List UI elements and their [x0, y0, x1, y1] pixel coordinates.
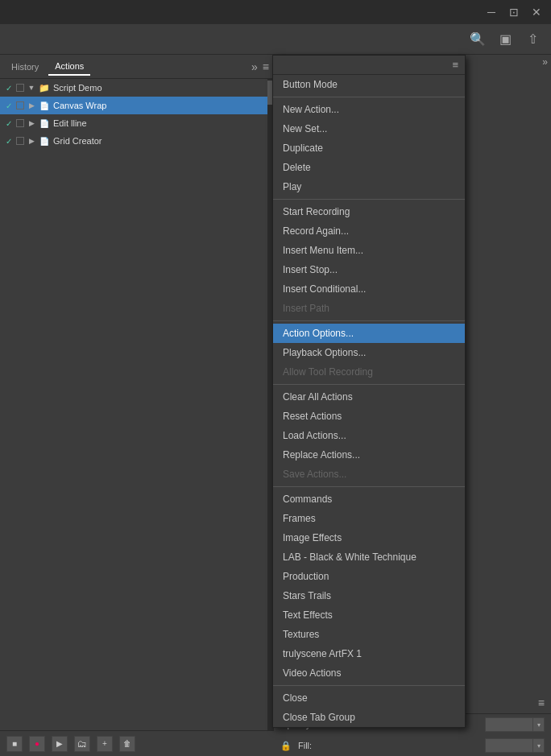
- bottom-panel-menu-icon[interactable]: ≡: [538, 696, 545, 709]
- label-edit-line: Edit lline: [52, 118, 87, 128]
- panel-menu-icon[interactable]: ≡: [263, 60, 269, 73]
- share-icon[interactable]: ⇧: [524, 31, 541, 48]
- search-icon[interactable]: 🔍: [469, 31, 487, 48]
- menu-item-production[interactable]: Production: [273, 567, 465, 586]
- menu-separator-1: [273, 97, 465, 97]
- panel-header: History Actions » ≡: [0, 55, 274, 79]
- menu-item-trulyscene-artfx-1[interactable]: trulyscene ArtFX 1: [273, 644, 465, 663]
- expand-script-demo[interactable]: ▼: [26, 82, 37, 93]
- menu-items-container: Button ModeNew Action...New Set...Duplic…: [273, 75, 465, 727]
- menu-item-commands[interactable]: Commands: [273, 490, 465, 509]
- dropdown-menu: ≡ Button ModeNew Action...New Set...Dupl…: [272, 55, 466, 728]
- opacity-input[interactable]: [485, 717, 533, 732]
- menu-header-icon[interactable]: ≡: [452, 59, 458, 71]
- record-button[interactable]: ●: [29, 736, 45, 752]
- menu-item-new-action-[interactable]: New Action...: [273, 100, 465, 119]
- lock-icon: 🔒: [280, 741, 292, 751]
- tab-history[interactable]: History: [5, 59, 45, 75]
- play-button[interactable]: ▶: [52, 736, 68, 752]
- add-action-button[interactable]: +: [97, 736, 113, 752]
- menu-item-play[interactable]: Play: [273, 177, 465, 196]
- menu-item-save-actions-: Save Actions...: [273, 465, 465, 484]
- menu-item-allow-tool-recording: Allow Tool Recording: [273, 362, 465, 382]
- menu-item-stars-trails[interactable]: Stars Trails: [273, 586, 465, 605]
- fill-control: ▾: [485, 738, 545, 753]
- check-canvas-wrap: ✓: [3, 100, 14, 111]
- fill-label: Fill:: [298, 741, 478, 750]
- expand-canvas-wrap[interactable]: ▶: [26, 100, 37, 111]
- menu-item-insert-conditional-[interactable]: Insert Conditional...: [273, 279, 465, 299]
- menu-item-lab-black-white-technique[interactable]: LAB - Black & White Technique: [273, 547, 465, 567]
- panel-expand-right: »: [542, 56, 548, 68]
- menu-item-playback-options-[interactable]: Playback Options...: [273, 343, 465, 362]
- check-edit-line: ✓: [3, 118, 14, 129]
- menu-item-start-recording[interactable]: Start Recording: [273, 202, 465, 221]
- menu-separator-14: [273, 320, 465, 321]
- panel-header-icons: » ≡: [251, 60, 269, 73]
- menu-item-delete[interactable]: Delete: [273, 158, 465, 177]
- menu-item-close[interactable]: Close: [273, 688, 465, 708]
- action-item-grid-creator[interactable]: ✓ ▶ 📄 Grid Creator: [0, 132, 274, 150]
- menu-separator-18: [273, 384, 465, 385]
- menu-item-new-set-[interactable]: New Set...: [273, 119, 465, 138]
- top-toolbar: 🔍 ▣ ⇧: [0, 24, 551, 55]
- menu-item-duplicate[interactable]: Duplicate: [273, 138, 465, 158]
- action-item-script-demo[interactable]: ✓ ▼ 📁 Script Demo: [0, 79, 274, 97]
- minimize-button[interactable]: ─: [480, 1, 503, 23]
- menu-separator-7: [273, 199, 465, 200]
- expand-grid-creator[interactable]: ▶: [26, 135, 37, 147]
- menu-item-video-actions[interactable]: Video Actions: [273, 663, 465, 683]
- menu-item-image-effects[interactable]: Image Effects: [273, 528, 465, 547]
- menu-item-textures[interactable]: Textures: [273, 625, 465, 644]
- actions-list: ✓ ▼ 📁 Script Demo ✓ ▶ 📄 Canvas Wrap ✓ ▶ …: [0, 79, 274, 730]
- menu-item-load-actions-[interactable]: Load Actions...: [273, 426, 465, 445]
- menu-item-record-again-[interactable]: Record Again...: [273, 221, 465, 241]
- actions-toolbar: ■ ● ▶ 🗂 + 🗑: [0, 730, 274, 756]
- title-bar: ─ ⊡ ✕: [0, 0, 551, 24]
- check-script-demo: ✓: [3, 82, 14, 93]
- menu-separator-24: [273, 486, 465, 487]
- menu-item-replace-actions-[interactable]: Replace Actions...: [273, 445, 465, 465]
- label-canvas-wrap: Canvas Wrap: [52, 101, 106, 110]
- folder-button[interactable]: 🗂: [74, 736, 90, 752]
- action-item-canvas-wrap[interactable]: ✓ ▶ 📄 Canvas Wrap: [0, 97, 274, 114]
- menu-item-clear-all-actions[interactable]: Clear All Actions: [273, 387, 465, 407]
- expand-edit-line[interactable]: ▶: [26, 118, 37, 129]
- menu-item-action-options-[interactable]: Action Options...: [273, 324, 465, 343]
- panel-collapse-icon[interactable]: »: [251, 60, 258, 73]
- fill-input[interactable]: [485, 738, 533, 753]
- file-icon-edit-line: 📄: [39, 118, 50, 129]
- menu-item-insert-path: Insert Path: [273, 299, 465, 318]
- menu-separator-35: [273, 685, 465, 686]
- panel-arrange-icon[interactable]: ▣: [496, 31, 514, 48]
- menu-header-row: ≡: [273, 56, 465, 75]
- label-grid-creator: Grid Creator: [52, 136, 102, 146]
- collapse-right-icon[interactable]: »: [542, 56, 548, 68]
- menu-item-insert-menu-item-[interactable]: Insert Menu Item...: [273, 241, 465, 260]
- color-box-canvas-wrap: [16, 101, 24, 109]
- menu-item-text-effects[interactable]: Text Effects: [273, 605, 465, 625]
- color-box-script-demo: [16, 84, 24, 92]
- delete-action-button[interactable]: 🗑: [119, 736, 135, 752]
- menu-item-reset-actions[interactable]: Reset Actions: [273, 407, 465, 426]
- folder-icon-script-demo: 📁: [39, 82, 50, 93]
- color-box-grid-creator: [16, 137, 24, 145]
- file-icon-grid-creator: 📄: [39, 135, 50, 147]
- left-panel: History Actions » ≡ ✓ ▼ 📁 Script Demo ✓ …: [0, 55, 274, 756]
- menu-item-frames[interactable]: Frames: [273, 509, 465, 528]
- fill-dropdown[interactable]: ▾: [533, 738, 545, 753]
- opacity-dropdown[interactable]: ▾: [533, 717, 545, 732]
- label-script-demo: Script Demo: [52, 83, 102, 93]
- check-grid-creator: ✓: [3, 135, 14, 147]
- menu-item-insert-stop-[interactable]: Insert Stop...: [273, 260, 465, 279]
- stop-button[interactable]: ■: [6, 736, 23, 752]
- maximize-button[interactable]: ⊡: [503, 1, 525, 23]
- close-button[interactable]: ✕: [525, 1, 548, 23]
- menu-item-close-tab-group[interactable]: Close Tab Group: [273, 708, 465, 727]
- opacity-control: ▾: [485, 717, 545, 732]
- color-box-edit-line: [16, 119, 24, 127]
- action-item-edit-line[interactable]: ✓ ▶ 📄 Edit lline: [0, 114, 274, 132]
- menu-item-button-mode[interactable]: Button Mode: [273, 75, 465, 94]
- tab-actions[interactable]: Actions: [48, 58, 90, 76]
- fill-row: 🔒 Fill: ▾: [274, 735, 551, 756]
